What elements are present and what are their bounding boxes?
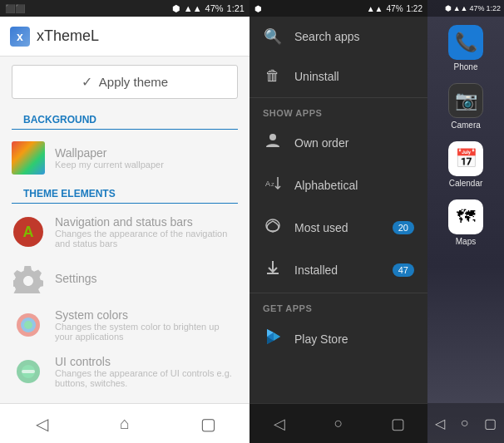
most-used-label: Most used [294, 221, 348, 234]
apply-theme-label: Apply theme [99, 75, 168, 89]
installed-badge: 47 [393, 263, 414, 277]
camera-label: Camera [451, 121, 481, 130]
camera-app[interactable]: 📷 Camera [448, 83, 483, 130]
drawer-panel: ⬢ ▲▲ 47% 1:22 🔍 Search apps 🗑 Uninstall … [250, 0, 427, 443]
battery-icon: 47% [205, 3, 224, 13]
wallpaper-icon [12, 141, 45, 175]
drawer-home-button[interactable]: ○ [309, 415, 368, 432]
wallpaper-item[interactable]: Wallpaper Keep my current wallpaper [0, 135, 250, 181]
drawer-status-bar: ⬢ ▲▲ 47% 1:22 [250, 0, 427, 17]
ui-controls-item[interactable]: UI controls Changes the appearance of UI… [0, 348, 250, 395]
svg-marker-15 [274, 332, 280, 341]
settings-title: Settings [55, 272, 97, 285]
app-title: xThemeL [37, 27, 99, 45]
play-store-icon [263, 327, 283, 350]
phone-label: Phone [454, 62, 478, 71]
most-used-badge: 20 [393, 221, 414, 234]
drawer-bluetooth-icon: ⬢ [254, 4, 262, 13]
settings-text: Settings [55, 272, 97, 285]
system-colors-title: System colors [55, 308, 238, 322]
phone-app[interactable]: 📞 Phone [448, 25, 483, 71]
phone-icon: 📞 [448, 25, 483, 60]
drawer-divider-1 [250, 97, 427, 98]
theme-elements-section-label: THEME ELEMENTS [12, 181, 238, 204]
home-panel: ⬢ ▲▲ 47% 1:22 📞 Phone 📷 Camera 📅 Calenda… [427, 0, 504, 443]
drawer-time: 1:22 [407, 4, 422, 13]
calendar-icon: 📅 [448, 141, 483, 176]
calendar-app[interactable]: 📅 Calendar [448, 141, 483, 188]
svg-point-2 [24, 321, 32, 329]
system-colors-icon [12, 308, 45, 342]
drawer-uninstall-label: Uninstall [294, 70, 339, 83]
uninstall-icon: 🗑 [263, 67, 283, 85]
system-colors-text: System colors Changes the system color t… [55, 308, 238, 342]
check-icon: ✓ [82, 74, 92, 90]
left-status-bar: ⬛⬛ ⬢ ▲▲ 47% 1:21 [0, 0, 250, 17]
svg-rect-5 [22, 370, 35, 373]
ui-controls-title: UI controls [55, 355, 238, 368]
drawer-recents-button[interactable]: ▢ [368, 415, 427, 433]
drawer-search-label: Search apps [294, 30, 360, 43]
alphabetical-item[interactable]: A Z Alphabetical [250, 164, 427, 206]
left-panel: ⬛⬛ ⬢ ▲▲ 47% 1:21 x xThemeL ✓ Apply theme… [0, 0, 250, 443]
installed-item[interactable]: Installed 47 [250, 249, 427, 291]
home-back-btn[interactable]: ◁ [435, 416, 445, 431]
signal-icon: ▲▲ [184, 3, 202, 13]
recents-button[interactable]: ▢ [166, 414, 250, 434]
app-logo: x [10, 27, 30, 47]
alphabetical-label: Alphabetical [294, 179, 358, 192]
nav-bars-subtitle: Changes the appearance of the navigation… [55, 229, 238, 249]
system-colors-subtitle: Changes the system color to brighten up … [55, 322, 238, 342]
home-time: 1:22 [486, 4, 501, 12]
drawer-divider-2 [250, 293, 427, 293]
svg-text:A: A [265, 180, 270, 188]
svg-point-6 [269, 134, 276, 140]
svg-text:Z: Z [271, 182, 274, 187]
calendar-label: Calendar [449, 179, 483, 188]
system-colors-item[interactable]: System colors Changes the system color t… [0, 302, 250, 348]
installed-label: Installed [294, 263, 338, 277]
home-battery: 47% [469, 4, 484, 12]
maps-app[interactable]: 🗺 Maps [448, 199, 483, 246]
alphabetical-icon: A Z [263, 175, 283, 195]
play-store-label: Play Store [294, 332, 348, 346]
wallpaper-text: Wallpaper Keep my current wallpaper [55, 146, 164, 170]
home-home-btn[interactable]: ○ [461, 416, 469, 431]
maps-icon: 🗺 [448, 199, 483, 234]
notification-icons: ⬛⬛ [5, 4, 25, 13]
wallpaper-subtitle: Keep my current wallpaper [55, 160, 164, 170]
maps-label: Maps [456, 237, 476, 246]
drawer-back-button[interactable]: ◁ [250, 415, 309, 433]
nav-bars-item[interactable]: A Navigation and status bars Changes the… [0, 209, 250, 255]
search-icon: 🔍 [263, 27, 283, 46]
settings-item[interactable]: Settings [0, 255, 250, 302]
most-used-item[interactable]: Most used 20 [250, 206, 427, 249]
ui-controls-subtitle: Changes the appearance of UI controls e.… [55, 368, 238, 388]
drawer-uninstall-item[interactable]: 🗑 Uninstall [250, 57, 427, 96]
drawer-bottom-nav: ◁ ○ ▢ [250, 403, 427, 443]
most-used-icon [263, 217, 283, 238]
get-apps-section-label: GET APPS [250, 295, 427, 317]
status-bar-right: ⬢ ▲▲ 47% 1:21 [172, 3, 245, 14]
back-button[interactable]: ◁ [0, 414, 83, 434]
own-order-icon [263, 132, 283, 153]
settings-icon [12, 262, 45, 295]
android-icon: A [12, 215, 45, 249]
background-section-label: BACKGROUND [12, 107, 238, 130]
time-display: 1:21 [227, 3, 245, 13]
status-bar-left: ⬛⬛ [5, 4, 25, 13]
home-bottom-nav: ◁ ○ ▢ [427, 403, 504, 443]
home-app-grid: 📞 Phone 📷 Camera 📅 Calendar 🗺 Maps [427, 17, 504, 403]
apply-theme-button[interactable]: ✓ Apply theme [12, 65, 238, 99]
home-recents-btn[interactable]: ▢ [484, 416, 497, 431]
home-button[interactable]: ⌂ [83, 414, 166, 433]
ui-controls-icon [12, 355, 45, 388]
own-order-item[interactable]: Own order [250, 121, 427, 164]
nav-bars-title: Navigation and status bars [55, 215, 238, 229]
play-store-item[interactable]: Play Store [250, 317, 427, 361]
own-order-label: Own order [294, 136, 348, 150]
home-status-bar: ⬢ ▲▲ 47% 1:22 [427, 0, 504, 17]
nav-bars-text: Navigation and status bars Changes the a… [55, 215, 238, 249]
bluetooth-icon: ⬢ [172, 3, 180, 14]
drawer-search-item[interactable]: 🔍 Search apps [250, 17, 427, 57]
